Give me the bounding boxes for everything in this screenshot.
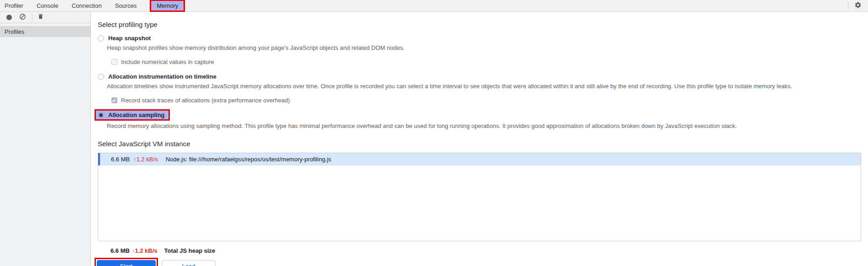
record-stack-traces-row: Record stack traces of allocations (extr…: [111, 97, 868, 104]
clear-profiles-button[interactable]: [19, 14, 26, 21]
total-heap-size-value: 6.6 MB: [110, 247, 130, 254]
annotation-rect-memory-tab: Memory: [150, 0, 185, 12]
total-heap-row: 6.6 MB ↑1.2 kB/s Total JS heap size: [98, 247, 868, 254]
tabbar-divider: [848, 2, 848, 10]
include-numerical-values-label: Include numerical values in capture: [121, 59, 214, 65]
gear-icon: [854, 1, 862, 11]
tab-console[interactable]: Console: [37, 2, 58, 9]
include-numerical-values-checkbox[interactable]: [111, 59, 117, 65]
heap-snapshot-radio[interactable]: [98, 35, 104, 42]
vm-instance-listbox: 6.6 MB ↑1.2 kB/s Node.js: file:///home/r…: [98, 153, 861, 241]
settings-button[interactable]: [854, 1, 862, 11]
profiler-toolbar: [0, 12, 90, 23]
block-icon: [19, 13, 26, 22]
record-stack-traces-label: Record stack traces of allocations (extr…: [121, 97, 290, 104]
radio-dot: [99, 113, 103, 117]
profiling-type-heading: Select profiling type: [98, 21, 868, 28]
check-icon: [112, 98, 116, 102]
allocation-timeline-description: Allocation timelines show instrumented J…: [107, 83, 868, 90]
allocation-sampling-label: Allocation sampling: [108, 112, 165, 118]
load-button[interactable]: Load: [162, 260, 216, 266]
record-stack-traces-checkbox[interactable]: [111, 97, 117, 103]
allocation-timeline-radio[interactable]: [98, 74, 104, 80]
tab-connection[interactable]: Connection: [72, 2, 102, 9]
annotation-rect-start-button: Start: [95, 258, 158, 266]
sidebar-item-profiles[interactable]: Profiles: [0, 26, 90, 37]
delete-profile-button[interactable]: [37, 14, 44, 21]
record-button[interactable]: [5, 14, 13, 21]
memory-panel: Select profiling type Heap snapshot Heap…: [91, 12, 868, 266]
record-icon: [6, 15, 12, 20]
vm-instance-heading: Select JavaScript VM instance: [98, 140, 868, 148]
vm-allocation-rate: ↑1.2 kB/s: [133, 156, 158, 163]
start-button[interactable]: Start: [97, 260, 156, 266]
annotation-rect-allocation-sampling: Allocation sampling: [95, 109, 170, 121]
allocation-sampling-description: Record memory allocations using sampling…: [107, 122, 868, 129]
option-allocation-timeline: Allocation instrumentation on timeline: [98, 73, 868, 80]
tab-sources[interactable]: Sources: [115, 2, 137, 9]
tab-profiler[interactable]: Profiler: [5, 2, 23, 9]
heap-snapshot-label: Heap snapshot: [108, 35, 151, 42]
allocation-timeline-label: Allocation instrumentation on timeline: [108, 73, 216, 80]
trash-icon: [37, 13, 44, 21]
vm-instance-row[interactable]: 6.6 MB ↑1.2 kB/s Node.js: file:///home/r…: [98, 153, 861, 165]
profiler-action-buttons: Start Load: [95, 258, 868, 266]
include-numerical-values-row: Include numerical values in capture: [111, 59, 868, 65]
allocation-sampling-radio[interactable]: [98, 112, 104, 118]
heap-snapshot-description: Heap snapshot profiles show memory distr…: [107, 44, 868, 51]
toolbar-divider: [32, 14, 32, 21]
option-heap-snapshot: Heap snapshot: [98, 35, 868, 42]
total-allocation-rate: ↑1.2 kB/s: [132, 247, 158, 254]
devtools-tab-bar: Profiler Console Connection Sources Memo…: [0, 0, 868, 12]
profiles-label: Profiles: [5, 28, 24, 35]
option-allocation-sampling: Allocation sampling: [95, 109, 868, 121]
profiles-sidebar: Profiles: [0, 12, 91, 266]
tabbar-right-controls: [848, 1, 868, 11]
vm-heap-size: 6.6 MB: [111, 156, 130, 163]
vm-instance-name: Node.js: file:///home/rafaelgss/repos/os…: [166, 156, 331, 163]
total-heap-size-label: Total JS heap size: [164, 247, 216, 254]
tab-memory[interactable]: Memory: [151, 1, 184, 11]
